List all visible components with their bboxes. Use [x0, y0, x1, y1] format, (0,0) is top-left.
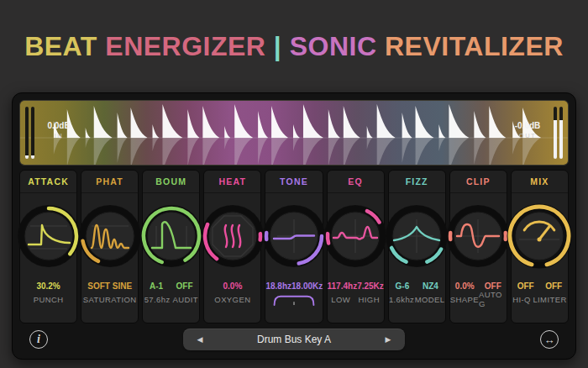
fizz-value-0[interactable]: G-6 [396, 281, 410, 291]
attack-sublabel-0: PUNCH [34, 295, 64, 304]
input-label: IN [40, 132, 77, 139]
fizz-knob[interactable] [383, 202, 450, 270]
output-level-readout: -0.0dB OUT [507, 121, 548, 139]
preset-name[interactable]: Drum Bus Key A [217, 334, 371, 345]
eq-label: EQ [328, 171, 384, 193]
waveform-graphic [20, 101, 568, 165]
eq-value-0[interactable]: 117.4hz [328, 281, 358, 291]
mix-label: MIX [512, 171, 568, 193]
title-segment: ENERGIZER [105, 31, 274, 62]
phat-value-0[interactable]: SOFT SINE [87, 281, 132, 291]
phat-label: PHAT [81, 171, 138, 193]
mix-value-1[interactable]: OFF [545, 281, 562, 291]
module-heat: HEAT0.0%OXYGEN [203, 170, 261, 323]
output-label: OUT [507, 132, 548, 139]
boum-sublabel-1: AUDIT [172, 295, 198, 304]
fizz-sublabel-0: 1.6khz [389, 295, 414, 304]
module-eq: EQ117.4hz7.25KzLOWHIGH [327, 170, 385, 323]
mix-sublabel-1: LIMITER [533, 295, 566, 304]
plugin-panel: 0.0dB IN -0.0dB OUT ATTACK30.2%PUNCHPHAT… [12, 92, 576, 360]
tone-value-0[interactable]: 18.8hz [265, 281, 291, 291]
eq-knob[interactable] [322, 202, 389, 270]
phat-sublabel-0: SATURATION [83, 295, 137, 304]
eq-sublabel-1: HIGH [359, 295, 380, 304]
module-clip: CLIP0.0%OFFSHAPEAUTO G [449, 170, 507, 323]
fizz-sublabel-1: MODEL [415, 295, 445, 304]
boum-label: BOUM [143, 171, 199, 193]
phat-knob[interactable] [76, 202, 144, 270]
preset-prev-button[interactable]: ◀ [183, 335, 217, 344]
module-fizz: FIZZG-6NZ41.6khzMODEL [388, 170, 446, 323]
heat-value-0[interactable]: 0.0% [223, 281, 242, 291]
resize-button[interactable]: ↔ [540, 330, 559, 349]
tone-label: TONE [265, 171, 322, 193]
output-meter-right [559, 107, 563, 159]
input-meter-left [25, 107, 29, 159]
boum-sublabel-0: 57.6hz [144, 295, 171, 304]
clip-label: CLIP [450, 171, 507, 193]
attack-value-0[interactable]: 30.2% [36, 281, 60, 291]
title-segment: | [274, 31, 290, 62]
preset-next-button[interactable]: ▶ [371, 335, 405, 344]
title-segment: REVITALIZER [385, 31, 564, 62]
clip-value-0[interactable]: 0.0% [455, 281, 475, 291]
mix-sublabel-0: HI-Q [512, 295, 531, 304]
heat-sublabel-0: OXYGEN [214, 295, 250, 304]
clip-value-1[interactable]: OFF [485, 281, 501, 291]
module-phat: PHATSOFT SINESATURATION [81, 170, 139, 323]
preset-selector[interactable]: ◀ Drum Bus Key A ▶ [183, 329, 405, 350]
output-db: -0.0dB [507, 121, 548, 132]
title-segment: BEAT [24, 31, 105, 62]
title-segment: SONIC [290, 31, 385, 62]
module-boum: BOUMA-1OFF57.6hzAUDIT [142, 170, 200, 323]
tone-band-range[interactable] [265, 292, 322, 306]
boum-value-1[interactable]: OFF [176, 281, 193, 291]
input-db: 0.0dB [40, 121, 77, 132]
boum-value-0[interactable]: A-1 [150, 281, 163, 291]
info-button[interactable]: i [29, 330, 48, 349]
tone-value-1[interactable]: 18.00Kz [291, 281, 323, 291]
clip-sublabel-0: SHAPE [450, 295, 479, 304]
mix-value-0[interactable]: OFF [517, 281, 534, 291]
heat-label: HEAT [204, 171, 260, 193]
fizz-value-1[interactable]: NZ4 [423, 281, 438, 291]
boum-knob[interactable] [138, 202, 205, 270]
module-mix: MIXOFFOFFHI-QLIMITER [511, 170, 569, 323]
module-tone: TONE18.8hz18.00Kz [265, 170, 323, 323]
clip-knob[interactable] [444, 202, 512, 270]
fizz-label: FIZZ [389, 171, 445, 193]
heat-knob[interactable] [199, 202, 266, 270]
eq-value-1[interactable]: 7.25Kz [357, 281, 384, 291]
output-meter-left [554, 107, 557, 159]
tone-knob[interactable] [260, 202, 328, 270]
eq-sublabel-0: LOW [331, 295, 350, 304]
input-meter-right [31, 107, 34, 159]
module-attack: ATTACK30.2%PUNCH [19, 170, 77, 323]
attack-knob[interactable] [15, 202, 82, 270]
module-row: ATTACK30.2%PUNCHPHATSOFT SINESATURATIONB… [19, 170, 569, 323]
attack-label: ATTACK [20, 171, 76, 193]
input-level-readout: 0.0dB IN [40, 121, 77, 139]
mix-knob[interactable] [506, 202, 573, 270]
plugin-title: BEAT ENERGIZER | SONIC REVITALIZER [0, 0, 588, 92]
clip-sublabel-1: AUTO G [479, 290, 507, 308]
footer-bar: i ◀ Drum Bus Key A ▶ ↔ [19, 327, 569, 352]
waveform-display: 0.0dB IN -0.0dB OUT [19, 100, 569, 166]
